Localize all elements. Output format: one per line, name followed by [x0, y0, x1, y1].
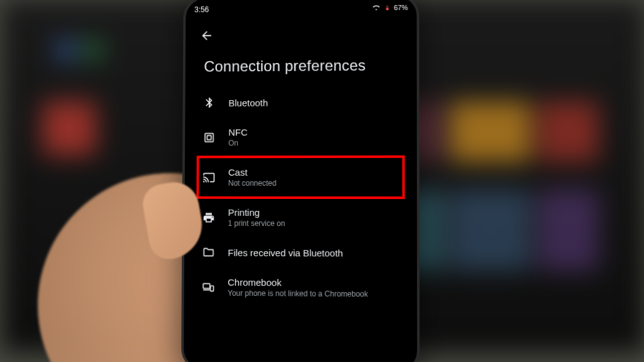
cast-icon: [201, 169, 217, 186]
item-title: Chromebook: [228, 277, 368, 288]
item-subtitle: On: [228, 139, 248, 147]
item-subtitle: Your phone is not linked to a Chromebook: [228, 289, 368, 299]
svg-rect-3: [211, 286, 214, 291]
svg-rect-2: [203, 283, 210, 288]
item-title: Files received via Bluetooth: [228, 247, 343, 258]
settings-item-files-via-bluetooth[interactable]: Files received via Bluetooth: [191, 236, 411, 270]
status-time: 3:56: [194, 5, 209, 14]
item-title: Cast: [228, 167, 277, 178]
phone-frame: 3:56 67% Connection preferences: [181, 0, 419, 362]
nfc-icon: [201, 129, 218, 145]
item-subtitle: Not connected: [228, 179, 277, 188]
app-bar: [192, 15, 411, 51]
item-title: Printing: [228, 207, 286, 218]
wifi-icon: [372, 4, 380, 11]
bluetooth-icon: [201, 94, 218, 111]
settings-screen: Connection preferences Bluetooth NFC On: [190, 15, 411, 362]
svg-rect-0: [205, 133, 213, 141]
settings-item-bluetooth[interactable]: Bluetooth: [191, 86, 410, 119]
phone-notch: [260, 0, 341, 16]
print-icon: [201, 209, 217, 225]
svg-rect-1: [207, 135, 211, 140]
battery-icon: [384, 3, 390, 12]
item-subtitle: 1 print service on: [228, 219, 285, 228]
item-title: NFC: [228, 127, 248, 137]
battery-percent: 67%: [394, 4, 408, 11]
settings-list: Bluetooth NFC On Cast Not connected: [190, 86, 410, 307]
folder-icon: [201, 244, 217, 261]
settings-item-printing[interactable]: Printing 1 print service on: [191, 199, 411, 237]
arrow-back-icon: [200, 29, 214, 43]
page-title: Connection preferences: [191, 49, 410, 87]
back-button[interactable]: [194, 23, 219, 48]
settings-item-cast[interactable]: Cast Not connected: [191, 156, 410, 199]
settings-item-nfc[interactable]: NFC On: [191, 118, 411, 156]
item-title: Bluetooth: [228, 97, 268, 108]
settings-item-chromebook[interactable]: Chromebook Your phone is not linked to a…: [190, 268, 410, 307]
devices-icon: [200, 279, 216, 295]
